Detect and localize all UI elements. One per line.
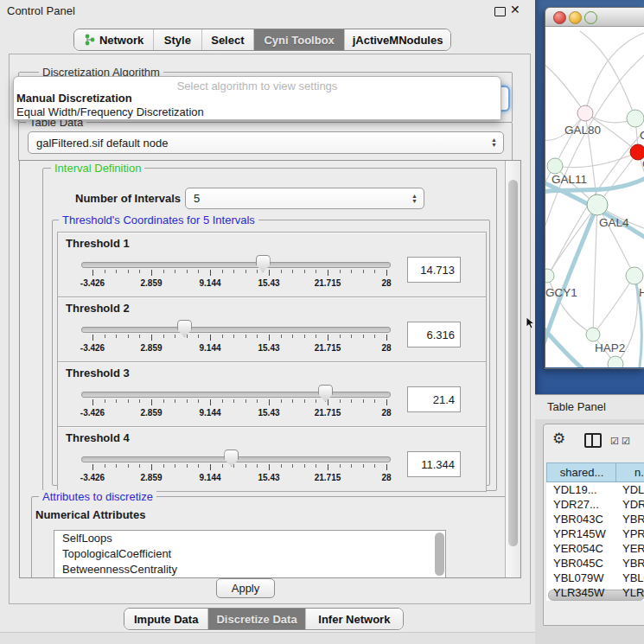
tick-mark — [128, 399, 129, 403]
checkbox-icon[interactable]: ☑ — [622, 436, 630, 447]
tick-mark — [351, 335, 352, 338]
table-column-header[interactable]: n... — [615, 462, 644, 482]
network-node[interactable] — [586, 328, 600, 341]
settings-scrollbar-track[interactable] — [505, 161, 520, 577]
tick-mark — [233, 464, 234, 468]
tick-label: 28 — [381, 408, 391, 418]
table-cell[interactable]: YDL19... — [553, 482, 597, 497]
tab-discretize-data[interactable]: Discretize Data — [208, 609, 305, 629]
num-intervals-value: 5 — [194, 192, 200, 205]
table-cell[interactable]: YER054C — [553, 541, 603, 556]
tick-mark — [222, 464, 223, 468]
close-window-icon[interactable] — [553, 11, 566, 24]
table-cell[interactable]: YIL053C — [553, 600, 597, 601]
table-cell[interactable]: YBR043C — [553, 512, 603, 526]
tick-mark — [245, 335, 246, 338]
table-cell[interactable]: YBL0... — [622, 571, 644, 585]
slider-track[interactable] — [81, 392, 391, 398]
slider-thumb[interactable] — [318, 385, 333, 402]
network-node[interactable] — [608, 356, 623, 367]
tick-mark — [105, 399, 105, 403]
tick-mark — [210, 335, 211, 341]
threshold-label: Threshold 4 — [66, 431, 130, 444]
threshold-value-field[interactable]: 21.4 — [407, 386, 461, 412]
table-cell[interactable]: YLR3... — [622, 585, 644, 600]
node-attribute-table[interactable]: shared...n...YDL19...YDL1...YDR27...YDR2… — [546, 462, 644, 601]
table-cell[interactable]: YIL0... — [622, 600, 644, 601]
algorithm-option-equal-width[interactable]: Equal Width/Frequency Discretization — [16, 105, 497, 119]
tick-mark — [386, 464, 387, 470]
tick-mark — [233, 335, 234, 338]
node-label: HAP2 — [595, 341, 625, 354]
table-data-select[interactable]: galFiltered.sif default node ▲▼ — [28, 131, 504, 154]
network-node[interactable] — [627, 110, 644, 127]
table-cell[interactable]: YPR145W — [553, 526, 606, 541]
table-cell[interactable]: YLR345W — [553, 585, 604, 600]
tab-network[interactable]: Network — [74, 29, 154, 50]
network-edge — [580, 31, 635, 118]
tab-impute-data[interactable]: Impute Data — [124, 609, 208, 629]
checkbox-icon[interactable]: ☑ — [610, 436, 619, 447]
table-cell[interactable]: YDR2... — [622, 497, 644, 512]
threshold-value-field[interactable]: 6.316 — [407, 322, 461, 348]
table-cell[interactable]: YDR27... — [553, 497, 599, 512]
algorithm-option-manual[interactable]: Manual Discretization — [16, 92, 497, 105]
algorithm-dropdown-popup: Select algorithm to view settings Manual… — [13, 76, 501, 120]
tab-jactivemnodules[interactable]: jActiveMNodules — [345, 29, 450, 50]
zoom-window-icon[interactable] — [584, 11, 597, 24]
table-cell[interactable]: YBR0... — [622, 556, 644, 571]
num-intervals-select[interactable]: 5 ▲▼ — [185, 188, 424, 209]
network-node[interactable] — [545, 269, 554, 283]
tick-mark — [139, 464, 140, 468]
tick-mark — [351, 464, 352, 468]
attribute-list-item[interactable]: SelfLoops — [54, 531, 445, 546]
table-column-header[interactable]: shared... — [546, 462, 617, 482]
tick-mark — [363, 399, 364, 403]
tab-infer-network[interactable]: Infer Network — [306, 609, 403, 629]
tab-style[interactable]: Style — [154, 29, 202, 50]
numerical-attributes-list[interactable]: SelfLoopsTopologicalCoefficientBetweenne… — [54, 530, 446, 578]
slider-track[interactable] — [81, 262, 391, 268]
settings-scrollbar-thumb[interactable] — [508, 180, 518, 546]
attributes-list-scrollbar[interactable] — [435, 532, 444, 576]
table-cell[interactable]: YBL079W — [553, 571, 604, 585]
network-edge — [593, 276, 634, 335]
float-panel-icon[interactable] — [494, 7, 506, 16]
table-cell[interactable]: YBR0... — [622, 512, 644, 526]
tick-mark — [304, 335, 305, 338]
network-window-titlebar[interactable] — [545, 8, 644, 27]
slider-track[interactable] — [81, 327, 391, 333]
tick-mark — [340, 464, 341, 468]
num-intervals-label: Number of Intervals — [75, 192, 181, 205]
split-columns-icon[interactable] — [584, 433, 602, 448]
tick-mark — [304, 399, 305, 403]
slider-thumb[interactable] — [177, 320, 192, 337]
table-cell[interactable]: YDL1... — [622, 482, 644, 497]
apply-button[interactable]: Apply — [216, 578, 275, 598]
table-cell[interactable]: YBR045C — [553, 556, 603, 571]
attribute-list-item[interactable]: BetweennessCentrality — [54, 562, 445, 577]
close-panel-icon[interactable]: ✕ — [510, 3, 520, 16]
tick-mark — [92, 335, 93, 341]
tick-mark — [92, 399, 93, 405]
network-node[interactable] — [626, 267, 643, 284]
network-node[interactable] — [547, 158, 563, 174]
network-node[interactable] — [577, 105, 593, 121]
tick-label: -3.426 — [80, 278, 105, 288]
network-node[interactable] — [587, 194, 608, 215]
threshold-value-field[interactable]: 11.344 — [407, 451, 461, 477]
gear-icon[interactable]: ⚙ — [552, 430, 565, 448]
threshold-value-field[interactable]: 14.713 — [407, 257, 461, 283]
minimize-window-icon[interactable] — [569, 11, 582, 24]
slider-thumb[interactable] — [224, 450, 239, 467]
tick-mark — [198, 399, 199, 403]
node-label: H — [639, 286, 644, 299]
tab-cyni-toolbox[interactable]: Cyni Toolbox — [254, 29, 345, 50]
network-canvas[interactable]: GAL80GACGAL11GAL4GCY1HHAP2 — [545, 27, 644, 367]
table-cell[interactable]: YER0... — [622, 541, 644, 556]
tick-mark — [151, 399, 152, 405]
tab-select[interactable]: Select — [202, 29, 254, 50]
attribute-list-item[interactable]: TopologicalCoefficient — [54, 546, 445, 562]
table-cell[interactable]: YPR1... — [622, 526, 644, 541]
tick-label: -3.426 — [80, 408, 105, 418]
